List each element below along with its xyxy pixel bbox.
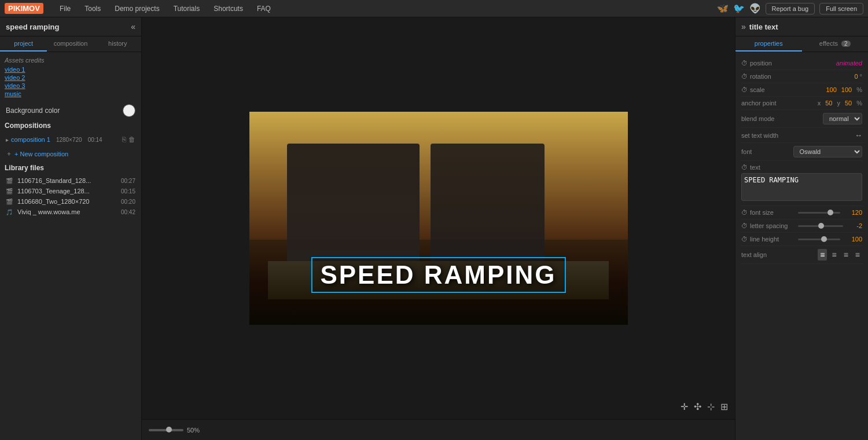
move-icon[interactable]: ✣ (694, 401, 701, 412)
prop-text: ⏱ text SPEED RAMPING (740, 161, 863, 206)
asset-video1[interactable]: video 1 (5, 66, 137, 73)
align-right-icon[interactable]: ≡ (841, 249, 851, 261)
assets-credits-label: Assets credits (5, 57, 137, 64)
file-icon: 🎵 (6, 209, 15, 215)
menu-tools[interactable]: Tools (82, 3, 103, 14)
file-icon: 🎬 (6, 188, 15, 195)
asset-video2[interactable]: video 2 (5, 74, 137, 81)
tab-properties[interactable]: properties (735, 36, 802, 52)
zoom-slider[interactable] (149, 429, 183, 431)
font-size-slider[interactable] (798, 212, 840, 214)
preview-text-overlay[interactable]: SPEED RAMPING (311, 257, 565, 293)
left-panel-header: speed ramping « (0, 17, 141, 36)
tab-composition[interactable]: composition (47, 36, 94, 52)
left-panel-collapse-icon[interactable]: « (131, 22, 135, 31)
tab-history[interactable]: history (94, 36, 141, 52)
library-file-item[interactable]: 🎬 1106703_Teenage_128... 00:15 (5, 186, 137, 196)
file-duration: 00:20 (121, 199, 135, 205)
align-left-icon[interactable]: ≡ (818, 249, 827, 261)
blend-select[interactable]: normal (823, 113, 862, 124)
scale-clock-icon: ⏱ (741, 86, 748, 93)
scale-x-value[interactable]: 100 (826, 86, 837, 93)
new-composition-button[interactable]: ＋ + New composition (6, 149, 135, 158)
anchor-x-value[interactable]: 50 (825, 100, 832, 107)
left-panel: speed ramping « project composition hist… (0, 17, 142, 440)
comp-name: composition 1 (11, 136, 50, 143)
preview-canvas: SPEED RAMPING (249, 112, 628, 325)
library-file-item[interactable]: 🎬 1106716_Standard_128... 00:27 (5, 175, 137, 186)
comp-size: 1280×720 (56, 137, 82, 143)
anchor-y-value[interactable]: 50 (845, 100, 852, 107)
menu-demo[interactable]: Demo projects (112, 3, 161, 14)
library-file-item[interactable]: 🎬 1106680_Two_1280×720 00:20 (5, 196, 137, 207)
prop-text-width: set text width ↔ (740, 128, 863, 143)
asset-music[interactable]: music (5, 90, 137, 97)
file-name: 1106703_Teenage_128... (17, 188, 119, 195)
font-select[interactable]: Oswald (793, 146, 862, 157)
library-files-section: Library files 🎬 1106716_Standard_128... … (5, 164, 137, 217)
right-panel: » title text properties effects 2 ⏱ posi… (735, 17, 868, 440)
text-area-label: ⏱ text (741, 164, 862, 171)
align-center-icon[interactable]: ≡ (829, 249, 838, 261)
clock-icon: ⏱ (741, 60, 748, 67)
center-area: SPEED RAMPING ✛ ✣ ⊹ ⊞ 50% (142, 17, 735, 440)
compositions-title: Compositions (5, 122, 137, 130)
clock-fs-icon: ⏱ (741, 209, 748, 216)
clock-lh-icon: ⏱ (741, 236, 748, 243)
right-panel-content: ⏱ position animated ⏱ rotation 0 ° ⏱ (735, 52, 868, 440)
rotation-label: ⏱ rotation (741, 73, 793, 80)
menu-file[interactable]: File (57, 3, 73, 14)
letter-spacing-value[interactable]: -2 (848, 222, 862, 229)
new-comp-label: + New composition (14, 151, 68, 157)
tab-effects[interactable]: effects 2 (802, 36, 869, 52)
menu-shortcuts[interactable]: Shortcuts (211, 3, 245, 14)
align-justify-icon[interactable]: ≡ (853, 249, 862, 261)
right-panel-header: » title text (735, 17, 868, 36)
menu-tutorials[interactable]: Tutorials (171, 3, 203, 14)
letter-spacing-slider[interactable] (798, 225, 843, 227)
line-height-slider[interactable] (798, 239, 840, 240)
anchor-unit: % (856, 100, 862, 107)
scale-label: ⏱ scale (741, 86, 793, 93)
fit-icon[interactable]: ⊹ (707, 401, 715, 412)
twitter2-icon[interactable]: 🐦 (733, 3, 745, 14)
tab-project[interactable]: project (0, 36, 47, 52)
right-panel-tabs: properties effects 2 (735, 36, 868, 52)
top-right-actions: 🦋 🐦 👽 Report a bug Full screen (717, 3, 863, 14)
font-size-value[interactable]: 120 (845, 209, 862, 216)
crosshair-icon[interactable]: ✛ (681, 401, 688, 412)
prop-line-height: ⏱ line height 100 (740, 233, 863, 246)
asset-video3[interactable]: video 3 (5, 82, 137, 89)
clock-ls-icon: ⏱ (741, 222, 748, 229)
text-width-icon[interactable]: ↔ (855, 131, 862, 140)
scale-values: 100 100 % (826, 86, 863, 93)
scale-y-value[interactable]: 100 (841, 86, 852, 93)
font-label: font (741, 148, 793, 155)
rotation-value[interactable]: 0 ° (854, 73, 862, 80)
reddit-icon[interactable]: 👽 (749, 3, 761, 14)
twitter-icon[interactable]: 🦋 (717, 3, 729, 14)
file-name: Viviq _ www.wowa.me (17, 208, 119, 215)
rotation-clock-icon: ⏱ (741, 73, 748, 80)
left-panel-content: Assets credits video 1 video 2 video 3 m… (0, 52, 141, 440)
file-duration: 00:15 (121, 188, 135, 195)
composition-item[interactable]: ▸ composition 1 1280×720 00:14 ⎘ 🗑 (5, 133, 137, 146)
menu-faq[interactable]: FAQ (255, 3, 273, 14)
text-align-icons: ≡ ≡ ≡ ≡ (818, 249, 862, 261)
fullscreen-button[interactable]: Full screen (819, 3, 863, 14)
prop-blend-mode: blend mode normal (740, 110, 863, 128)
position-value[interactable]: animated (836, 60, 862, 67)
left-panel-title: speed ramping (6, 23, 59, 31)
comp-delete-icon[interactable]: 🗑 (128, 135, 135, 144)
anchor-x-label: x (818, 100, 821, 107)
text-textarea[interactable]: SPEED RAMPING (741, 173, 862, 201)
library-file-item[interactable]: 🎵 Viviq _ www.wowa.me 00:42 (5, 207, 137, 217)
report-bug-button[interactable]: Report a bug (766, 3, 815, 14)
file-icon: 🎬 (6, 178, 15, 184)
file-duration: 00:42 (121, 209, 135, 215)
comp-copy-icon[interactable]: ⎘ (122, 135, 126, 144)
line-height-value[interactable]: 100 (845, 236, 862, 243)
right-panel-expand-icon[interactable]: » (741, 22, 746, 31)
grid-icon[interactable]: ⊞ (720, 401, 728, 412)
bg-color-swatch[interactable] (123, 104, 135, 117)
